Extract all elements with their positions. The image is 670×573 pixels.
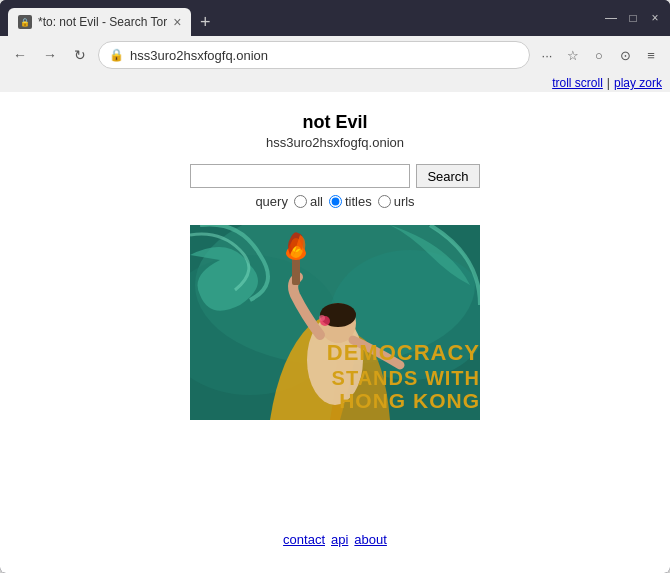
- nav-bar: ← → ↻ 🔒 hss3uro2hsxfogfq.onion ··· ☆ ○ ⊙…: [0, 36, 670, 74]
- minimize-button[interactable]: —: [604, 11, 618, 25]
- site-title: not Evil: [302, 112, 367, 133]
- top-link-separator: |: [607, 76, 610, 90]
- api-link[interactable]: api: [331, 532, 348, 547]
- new-tab-button[interactable]: +: [191, 8, 219, 36]
- play-zork-link[interactable]: play zork: [614, 76, 662, 90]
- all-option[interactable]: all: [294, 194, 323, 209]
- reader-button[interactable]: ○: [588, 44, 610, 66]
- titles-option[interactable]: titles: [329, 194, 372, 209]
- poster-image: DEMOCRACY STANDS WITH HONG KONG: [190, 225, 480, 420]
- tab-title: *to: not Evil - Search Tor: [38, 15, 167, 29]
- troll-scroll-link[interactable]: troll scroll: [552, 76, 603, 90]
- menu-button[interactable]: ≡: [640, 44, 662, 66]
- svg-text:STANDS WITH: STANDS WITH: [332, 367, 480, 389]
- title-bar: 🔒 *to: not Evil - Search Tor × + — □ ×: [0, 0, 670, 36]
- bookmark-button[interactable]: ☆: [562, 44, 584, 66]
- search-input[interactable]: [190, 164, 410, 188]
- window-controls: — □ ×: [604, 11, 662, 25]
- titles-label: titles: [345, 194, 372, 209]
- lock-icon: 🔒: [109, 48, 124, 62]
- profile-button[interactable]: ⊙: [614, 44, 636, 66]
- nav-right-controls: ··· ☆ ○ ⊙ ≡: [536, 44, 662, 66]
- address-bar[interactable]: 🔒 hss3uro2hsxfogfq.onion: [98, 41, 530, 69]
- svg-text:HONG KONG: HONG KONG: [339, 389, 480, 412]
- all-label: all: [310, 194, 323, 209]
- back-button[interactable]: ←: [8, 43, 32, 67]
- reload-button[interactable]: ↻: [68, 43, 92, 67]
- page-content: not Evil hss3uro2hsxfogfq.onion Search q…: [0, 92, 670, 573]
- browser-tab[interactable]: 🔒 *to: not Evil - Search Tor ×: [8, 8, 191, 36]
- site-subtitle: hss3uro2hsxfogfq.onion: [266, 135, 404, 150]
- browser-window: 🔒 *to: not Evil - Search Tor × + — □ × ←…: [0, 0, 670, 573]
- urls-radio[interactable]: [378, 195, 391, 208]
- svg-point-8: [319, 315, 325, 321]
- search-form: Search: [190, 164, 479, 188]
- contact-link[interactable]: contact: [283, 532, 325, 547]
- all-radio[interactable]: [294, 195, 307, 208]
- svg-text:DEMOCRACY: DEMOCRACY: [327, 340, 480, 365]
- top-links-bar: troll scroll | play zork: [0, 74, 670, 92]
- poster-svg: DEMOCRACY STANDS WITH HONG KONG: [190, 225, 480, 420]
- maximize-button[interactable]: □: [626, 11, 640, 25]
- address-text: hss3uro2hsxfogfq.onion: [130, 48, 519, 63]
- more-button[interactable]: ···: [536, 44, 558, 66]
- query-label: query: [255, 194, 288, 209]
- footer-links: contact api about: [283, 532, 387, 563]
- titles-radio[interactable]: [329, 195, 342, 208]
- search-options: query all titles urls: [255, 194, 414, 209]
- urls-option[interactable]: urls: [378, 194, 415, 209]
- tab-close-button[interactable]: ×: [173, 15, 181, 29]
- close-button[interactable]: ×: [648, 11, 662, 25]
- search-button[interactable]: Search: [416, 164, 479, 188]
- tab-favicon: 🔒: [18, 15, 32, 29]
- tab-container: 🔒 *to: not Evil - Search Tor × +: [8, 0, 604, 36]
- about-link[interactable]: about: [354, 532, 387, 547]
- urls-label: urls: [394, 194, 415, 209]
- forward-button[interactable]: →: [38, 43, 62, 67]
